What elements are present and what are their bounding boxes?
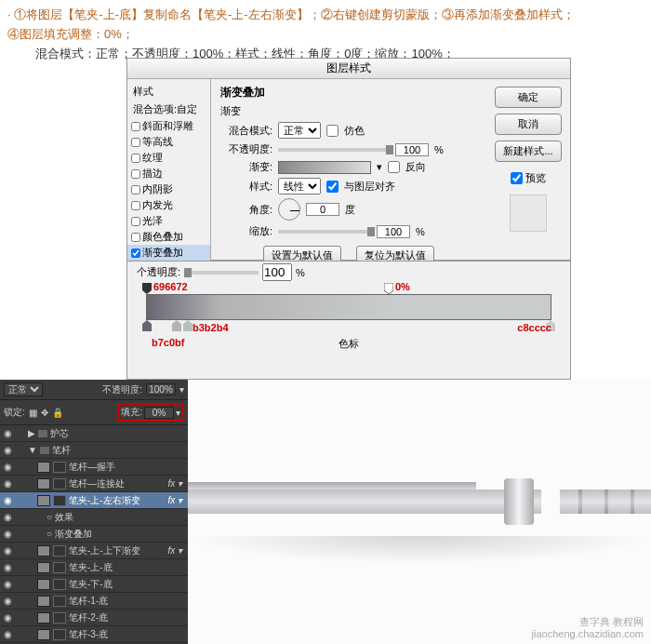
mask-thumb [53,462,66,473]
align-checkbox[interactable] [326,181,339,193]
style-item[interactable]: 描边 [127,166,210,181]
layer-row[interactable]: ◉▼笔杆 [0,442,188,459]
fx-badge[interactable]: fx ▾ [167,478,186,489]
annot-696672: 696672 [153,281,188,292]
visibility-icon[interactable]: ◉ [2,545,13,556]
style-checkbox[interactable] [131,248,140,258]
gradient-dropdown-icon[interactable]: ▾ [377,161,382,173]
chevron-down-icon[interactable]: ▾ [179,384,184,395]
visibility-icon[interactable]: ◉ [2,612,13,623]
layer-row[interactable]: ◉笔夹-上-左右渐变fx ▾ [0,492,188,509]
layer-row[interactable]: ◉笔杆-2-底 [0,610,188,626]
layer-row[interactable]: ◉笔杆—握手 [0,459,188,476]
visibility-icon[interactable]: ◉ [2,629,13,639]
lock-all-icon[interactable]: 🔒 [52,408,63,418]
visibility-icon[interactable]: ◉ [2,428,13,438]
style-select[interactable]: 线性 [278,178,321,195]
mask-thumb [53,478,66,490]
new-style-button[interactable]: 新建样式... [495,141,562,162]
ge-opacity-input[interactable] [262,263,292,281]
opacity-stop[interactable] [384,283,393,294]
gradient-bar[interactable]: 696672 0% b3b2b4 b7c0bf c8cccc [146,294,551,320]
style-item[interactable]: 颜色叠加 [127,229,210,245]
gradient-preview[interactable] [278,161,371,174]
sub-icon: ○ [46,512,52,522]
style-checkbox[interactable] [131,201,140,210]
folder-icon [38,430,47,437]
angle-input[interactable] [306,203,339,216]
dither-checkbox[interactable] [326,125,339,137]
lock-position-icon[interactable]: ✥ [41,408,48,418]
style-item[interactable]: 内发光 [127,197,210,213]
style-item[interactable]: 斜面和浮雕 [127,118,210,134]
layer-row[interactable]: ◉○渐变叠加 [0,526,188,543]
canvas-area [188,380,651,644]
style-checkbox[interactable] [131,169,140,179]
opacity-slider[interactable] [278,148,390,152]
layer-thumb [37,478,50,490]
visibility-icon[interactable]: ◉ [2,445,13,455]
style-item[interactable]: 纹理 [127,150,210,166]
fx-badge[interactable]: fx ▾ [167,495,186,505]
scale-slider[interactable] [278,230,371,234]
style-item[interactable]: 渐变叠加 [127,245,210,261]
layer-row[interactable]: ◉○效果 [0,509,188,526]
styles-label[interactable]: 样式 [127,83,210,101]
reverse-checkbox[interactable] [388,161,400,173]
layer-blend-select[interactable]: 正常 [4,382,43,396]
style-item[interactable]: 内阴影 [127,181,210,197]
visibility-icon[interactable]: ◉ [2,596,13,606]
chevron-down-icon[interactable]: ▾ [176,408,180,418]
layer-thumb [37,545,50,557]
style-checkbox[interactable] [131,122,140,131]
layer-row[interactable]: ◉笔夹-上-上下渐变fx ▾ [0,543,188,559]
scale-input[interactable] [377,225,410,238]
disclosure-icon[interactable]: ▶ [28,428,35,438]
layer-row[interactable]: ◉笔杆-3-底 [0,626,188,643]
layer-fill-input[interactable] [144,407,174,419]
blend-mode-select[interactable]: 正常 [278,122,321,139]
visibility-icon[interactable]: ◉ [2,562,13,572]
style-checkbox[interactable] [131,154,140,163]
style-checkbox[interactable] [131,138,140,147]
preview-checkbox[interactable] [511,172,523,184]
visibility-icon[interactable]: ◉ [2,529,13,539]
visibility-icon[interactable]: ◉ [2,478,13,489]
mask-thumb [53,596,66,607]
visibility-icon[interactable]: ◉ [2,512,13,522]
angle-dial[interactable] [278,198,300,221]
color-stop[interactable] [142,320,152,331]
ok-button[interactable]: 确定 [495,87,562,108]
color-stop[interactable] [172,320,181,331]
style-item[interactable]: 等高线 [127,134,210,150]
layer-opacity-input[interactable] [146,383,176,396]
disclosure-icon[interactable]: ▼ [28,445,37,455]
style-item[interactable]: 光泽 [127,213,210,229]
layer-row[interactable]: ◉笔杆—连接处fx ▾ [0,476,188,492]
layer-row[interactable]: ◉笔夹-上-底 [0,559,188,576]
mask-thumb [53,562,66,573]
visibility-icon[interactable]: ◉ [2,495,13,505]
layer-row[interactable]: ◉笔夹-下-底 [0,576,188,593]
style-checkbox[interactable] [131,217,140,226]
opacity-stop[interactable] [142,283,152,294]
blend-options-label[interactable]: 混合选项:自定 [127,101,210,118]
style-checkbox[interactable] [131,233,140,242]
cancel-button[interactable]: 取消 [495,114,562,135]
layer-row[interactable]: ◉▶护芯 [0,425,188,442]
visibility-icon[interactable]: ◉ [2,579,13,589]
ge-opacity-slider[interactable] [184,271,259,275]
lock-pixels-icon[interactable]: ▦ [29,408,37,418]
opacity-input[interactable] [395,143,429,156]
layer-name: 笔杆-1-底 [69,595,108,608]
style-checkbox[interactable] [131,185,140,195]
fx-badge[interactable]: fx ▾ [167,545,186,556]
gradient-label: 渐变: [220,160,272,174]
color-stop[interactable] [183,320,193,331]
mask-thumb [53,579,66,590]
visibility-icon[interactable]: ◉ [2,462,13,472]
color-section-label: 色标 [137,337,561,351]
layer-name: 笔夹-上-底 [69,561,113,574]
layer-row[interactable]: ◉笔杆-1-底 [0,593,188,610]
annot-b7c0bf: b7c0bf [152,337,184,348]
